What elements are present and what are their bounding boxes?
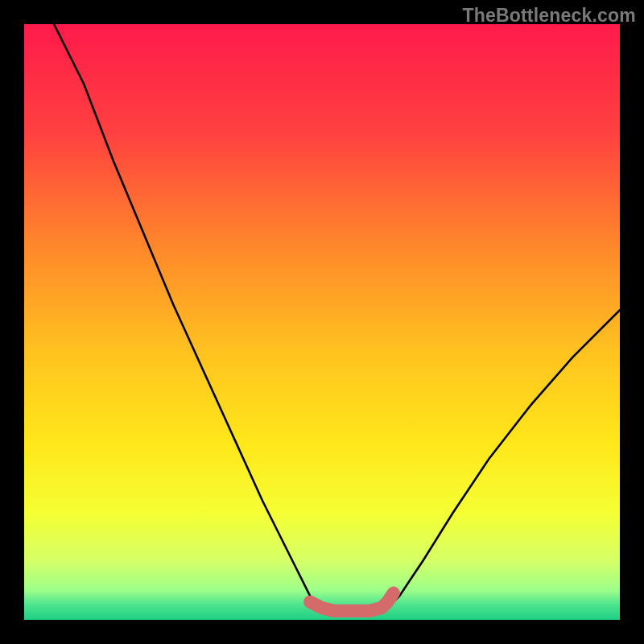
gradient-background <box>24 24 620 620</box>
watermark-text: TheBottleneck.com <box>462 5 636 27</box>
chart-stage: TheBottleneck.com <box>0 0 644 644</box>
bottleneck-chart <box>24 24 620 620</box>
